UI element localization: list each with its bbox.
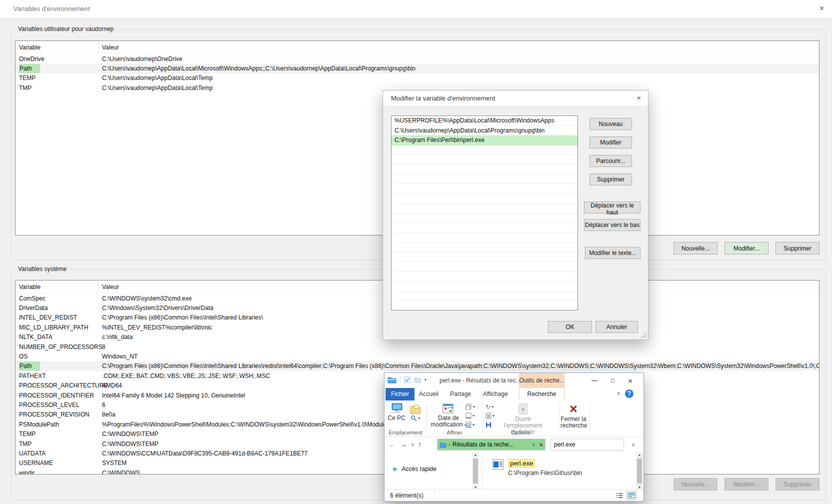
scrollbar-thumb[interactable] bbox=[637, 458, 642, 484]
edit-dialog-title: Modifier la variable d'environnement bbox=[391, 94, 495, 102]
edit-dialog-button[interactable]: Supprimer bbox=[590, 174, 632, 186]
user-variables-button[interactable]: Nouvelle... bbox=[674, 242, 718, 254]
system-variables-button[interactable]: Modifier... bbox=[724, 478, 768, 490]
scroll-up-icon[interactable]: ▲ bbox=[636, 453, 643, 456]
up-icon[interactable]: ↑ bbox=[418, 440, 422, 448]
address-dropdown-icon[interactable]: ∨ bbox=[532, 442, 536, 447]
other-properties-button[interactable]: ▾ bbox=[466, 421, 475, 428]
tab-affichage[interactable]: Affichage bbox=[478, 388, 514, 400]
thumbnail-view-icon[interactable] bbox=[626, 491, 636, 500]
computer-icon bbox=[388, 403, 406, 414]
table-row[interactable]: OS Windows_NT bbox=[16, 352, 819, 361]
size-filter-button[interactable]: ▾ bbox=[466, 412, 475, 420]
list-item[interactable]: %USERPROFILE%\AppData\Local\Microsoft\Wi… bbox=[392, 116, 578, 126]
tab-partage[interactable]: Partage bbox=[444, 388, 476, 400]
stop-search-icon[interactable]: × bbox=[539, 441, 543, 448]
move-button[interactable]: Déplacer vers le bas bbox=[584, 219, 640, 231]
variable-name: TMP bbox=[19, 440, 32, 448]
close-icon[interactable]: × bbox=[628, 376, 632, 385]
results-scrollbar[interactable]: ▲ ▼ bbox=[636, 452, 643, 490]
ce-pc-button[interactable]: Ce PC bbox=[388, 403, 406, 422]
table-row[interactable]: TEMP C:\Users\vaudornep\AppData\Local\Te… bbox=[16, 74, 819, 83]
scroll-down-icon[interactable]: ▼ bbox=[636, 486, 643, 489]
cancel-button[interactable]: Annuler bbox=[596, 321, 638, 333]
edit-text-button[interactable]: Modifier le texte... bbox=[585, 247, 640, 259]
save-search-button[interactable] bbox=[486, 421, 494, 428]
edit-dialog-button[interactable]: Parcourir... bbox=[590, 155, 632, 167]
sidebar-item-quick-access[interactable]: ★ Accès rapide bbox=[392, 465, 436, 473]
system-variables-button[interactable]: Supprimer bbox=[776, 478, 820, 490]
scroll-up-icon[interactable]: ▲ bbox=[472, 453, 479, 456]
table-row[interactable]: Path C:\Users\vaudornep\AppData\Local\Mi… bbox=[16, 64, 819, 73]
tab-accueil[interactable]: Accueil bbox=[414, 388, 444, 400]
variable-name: ComSpec bbox=[19, 295, 46, 302]
scrollbar-thumb[interactable] bbox=[473, 458, 478, 484]
ribbon: Ce PC ▾ Date de modification ▾ bbox=[384, 400, 644, 437]
search-folder-icon bbox=[406, 404, 424, 414]
breadcrumb[interactable]: Résultats de la reche... bbox=[452, 441, 530, 448]
list-item[interactable]: C:\Program Files\Perl\bin\perl.exe bbox=[392, 136, 578, 146]
ok-button[interactable]: OK bbox=[548, 321, 592, 333]
user-variables-button[interactable]: Supprimer bbox=[776, 242, 820, 254]
system-variables-button[interactable]: Nouvelle... bbox=[674, 478, 718, 490]
scroll-down-icon[interactable]: ▼ bbox=[472, 486, 479, 489]
path-entries-listbox[interactable]: %USERPROFILE%\AppData\Local\Microsoft\Wi… bbox=[391, 116, 578, 310]
close-search-button[interactable]: × Fermer la recherche bbox=[560, 403, 586, 429]
clear-search-icon[interactable]: × bbox=[632, 441, 636, 448]
close-icon[interactable]: × bbox=[636, 94, 641, 102]
search-result-item[interactable]: perl.exe C:\Program Files\Git\usr\bin bbox=[492, 459, 582, 476]
column-header-variable[interactable]: Variable bbox=[16, 41, 98, 54]
group-label-emplacement: Emplacement bbox=[384, 430, 426, 436]
divider bbox=[482, 452, 482, 490]
column-header-variable[interactable]: Variable bbox=[16, 280, 98, 293]
move-button[interactable]: Déplacer vers le haut bbox=[584, 202, 640, 214]
details-view-icon[interactable] bbox=[614, 491, 624, 500]
item-count: 6 élément(s) bbox=[390, 492, 424, 499]
advanced-options-button[interactable]: ▾ bbox=[486, 412, 494, 420]
group-label-options: Options bbox=[482, 430, 559, 436]
explorer-title-bar: ▾ perl.exe - Résultats de la rec... Outi… bbox=[384, 373, 644, 388]
customize-quick-access-icon[interactable]: ▾ bbox=[424, 378, 426, 382]
kind-filter-button[interactable]: ▾ bbox=[466, 403, 475, 410]
nav-pane-scrollbar[interactable]: ▲ ▼ bbox=[472, 452, 479, 490]
minimize-icon[interactable]: — bbox=[592, 377, 598, 384]
search-again-button[interactable]: ▾ bbox=[406, 404, 424, 422]
chevron-down-icon: ▾ bbox=[472, 422, 474, 427]
search-tools-context-tab[interactable]: Outils de reche... bbox=[519, 373, 564, 388]
table-row[interactable]: Path C:\Program Files (x86)\Common Files… bbox=[16, 362, 819, 371]
result-file-name[interactable]: perl.exe bbox=[508, 459, 535, 468]
variable-name: NUMBER_OF_PROCESSORS bbox=[19, 344, 102, 350]
table-row[interactable]: OneDrive C:\Users\vaudornep\OneDrive bbox=[16, 54, 819, 64]
variable-name: OS bbox=[19, 353, 28, 360]
maximize-icon[interactable]: □ bbox=[611, 377, 614, 384]
user-variables-button[interactable]: Modifier... bbox=[724, 242, 768, 254]
group-legend: Variables utilisateur pour vaudornep bbox=[16, 26, 116, 32]
variable-name: USERNAME bbox=[19, 460, 53, 466]
chevron-down-icon: ▾ bbox=[473, 404, 475, 409]
date-modified-filter-button[interactable]: Date de modification ▾ bbox=[430, 403, 466, 428]
column-header-value[interactable]: Valeur bbox=[98, 44, 819, 51]
recent-searches-button[interactable]: ↻ ▾ bbox=[486, 403, 494, 410]
new-folder-icon[interactable] bbox=[414, 377, 421, 382]
address-bar[interactable]: › Résultats de la reche... ∨ × bbox=[437, 438, 546, 450]
edit-dialog-button[interactable]: Modifier bbox=[590, 136, 632, 148]
variable-value: Windows_NT bbox=[98, 353, 819, 360]
table-row[interactable]: NUMBER_OF_PROCESSORS 8 bbox=[16, 342, 819, 352]
forward-icon[interactable]: → bbox=[400, 440, 407, 448]
tab-recherche[interactable]: Recherche bbox=[519, 388, 564, 400]
search-input[interactable] bbox=[554, 441, 632, 448]
recent-locations-icon[interactable]: ∨ bbox=[411, 442, 414, 447]
resize-grip-icon[interactable] bbox=[640, 332, 646, 338]
back-icon[interactable]: ← bbox=[389, 440, 396, 448]
divider bbox=[430, 376, 430, 384]
help-icon[interactable]: ? bbox=[625, 390, 634, 398]
edit-dialog-button[interactable]: Nouveau bbox=[590, 118, 632, 130]
collapse-ribbon-icon[interactable]: ∧ bbox=[617, 390, 620, 396]
list-item[interactable]: C:\Users\vaudornep\AppData\Local\Program… bbox=[392, 126, 578, 136]
search-box[interactable]: × bbox=[550, 438, 624, 450]
close-icon[interactable]: × bbox=[820, 4, 824, 13]
divider bbox=[590, 402, 590, 434]
tab-fichier[interactable]: Fichier bbox=[386, 388, 414, 400]
main-title-bar: Variables d'environnement × bbox=[0, 0, 832, 18]
properties-icon[interactable] bbox=[404, 376, 410, 383]
